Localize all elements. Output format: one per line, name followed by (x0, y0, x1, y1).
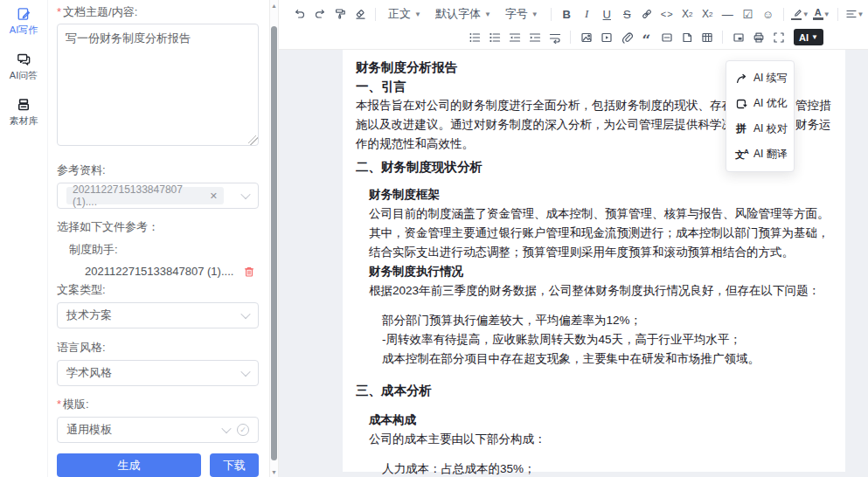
reference-label: 参考资料: (57, 163, 259, 176)
editor-area: 正文▼ 默认字体▼ 字号▼ B I U S <> X2 X2 — ☑ ☺ ▼ A… (279, 0, 868, 477)
chevron-down-icon (240, 367, 250, 377)
toolbar-divider (783, 8, 784, 21)
menu-item-ai-continue[interactable]: AI 续写 (726, 66, 794, 91)
sidebar-item-material-lib[interactable]: 素材库 (0, 98, 47, 128)
check-circle-icon: ✓ (237, 424, 249, 436)
document-line: -周转效率有待提高，应收账款周转天数为45天，高于行业平均水平； (356, 330, 832, 349)
generate-button[interactable]: 生成 (57, 453, 201, 477)
template-select[interactable]: 通用模板 ✓ (57, 417, 259, 443)
insert-video-button[interactable] (596, 28, 616, 47)
caret-down-icon: ▼ (484, 10, 491, 18)
fullscreen-button[interactable] (768, 28, 788, 47)
caret-down-icon: ▼ (858, 10, 865, 18)
underline-button[interactable]: U (597, 4, 617, 24)
code-button[interactable]: <> (657, 4, 677, 24)
italic-button[interactable]: I (577, 4, 597, 24)
insert-table-button[interactable] (697, 28, 717, 47)
sidebar-item-label: AI写作 (10, 24, 38, 37)
emoji-button[interactable]: ☺ (758, 4, 778, 24)
strikethrough-button[interactable]: S (617, 4, 637, 24)
caret-down-icon: ▼ (802, 10, 809, 18)
doc-type-label: 文案类型: (57, 283, 259, 296)
attachment-button[interactable] (616, 28, 636, 47)
download-button[interactable]: 下载 (210, 453, 259, 477)
scroll-down-arrow-icon[interactable]: ▼ (270, 469, 278, 475)
toolbar-divider (551, 8, 552, 21)
highlight-color-bar (791, 18, 802, 21)
toolbar-divider (570, 31, 571, 44)
required-asterisk: * (57, 398, 61, 411)
highlight-color-button[interactable]: ▼ (789, 4, 811, 24)
caret-down-icon: ▼ (811, 33, 818, 41)
ai-continue-icon (735, 73, 747, 85)
redo-button[interactable] (309, 4, 330, 24)
editor-canvas: 财务制度分析报告一、引言本报告旨在对公司的财务制度进行全面分析，包括财务制度的现… (279, 50, 868, 477)
align-button[interactable]: ▼ (844, 4, 866, 24)
page-break-button[interactable] (677, 28, 697, 47)
menu-item-ai-optimize[interactable]: AI 优化 (726, 91, 794, 116)
font-color-button[interactable]: A▼ (811, 4, 832, 24)
chevron-down-icon (221, 424, 231, 433)
subscript-button[interactable]: X2 (677, 4, 698, 24)
font-size-select[interactable]: 字号▼ (498, 4, 545, 24)
blockquote-button[interactable]: “ (636, 28, 656, 47)
file-name: 2021122715133847807 (1).... (85, 265, 233, 278)
ai-qa-icon (17, 52, 31, 66)
document-line: 根据2023年前三季度的财务数据，公司整体财务制度执行情况良好，但存在以下问题： (356, 281, 832, 301)
menu-item-ai-proofread[interactable]: 拼 AI 校对 (726, 116, 794, 142)
topic-input[interactable]: 写一份财务制度分析报告 (57, 24, 259, 146)
reference-select[interactable]: 2021122715133847807 (1).... ✕ (57, 183, 259, 209)
document-line: 三、成本分析 (356, 381, 832, 400)
topic-label: *文档主题/内容: (57, 5, 259, 18)
toolbar-divider (837, 8, 838, 21)
superscript-button[interactable]: X2 (698, 4, 718, 24)
doc-type-select[interactable]: 技术方案 (57, 302, 259, 328)
caret-down-icon: ▼ (414, 10, 421, 18)
toolbar-divider (375, 8, 376, 21)
preview-button[interactable] (728, 28, 748, 47)
sidebar-item-label: 素材库 (10, 114, 38, 128)
material-lib-icon (17, 98, 31, 112)
ai-optimize-icon (735, 98, 747, 110)
caret-down-icon: ▼ (823, 10, 830, 18)
scrollbar-thumb[interactable] (271, 26, 277, 460)
insert-image-button[interactable] (576, 28, 596, 47)
language-style-select[interactable]: 学术风格 (57, 360, 259, 386)
ordered-list-button[interactable] (484, 28, 504, 47)
document-line: 财务制度执行情况 (356, 262, 832, 281)
editor-toolbar: 正文▼ 默认字体▼ 字号▼ B I U S <> X2 X2 — ☑ ☺ ▼ A… (279, 0, 868, 50)
required-asterisk: * (57, 5, 61, 18)
tag-remove-icon[interactable]: ✕ (210, 190, 218, 202)
ai-menu-button[interactable]: AI▼ (794, 29, 823, 45)
paragraph-style-select[interactable]: 正文▼ (381, 4, 428, 24)
panel-scrollbar[interactable]: ▲ ▼ (269, 0, 279, 477)
chevron-down-icon (240, 190, 250, 199)
print-button[interactable] (748, 28, 768, 47)
indent-button[interactable] (524, 28, 545, 47)
scroll-up-arrow-icon[interactable]: ▲ (270, 3, 278, 9)
writing-form-panel: *文档主题/内容: 写一份财务制度分析报告 参考资料: 202112271513… (48, 0, 269, 477)
font-family-select[interactable]: 默认字体▼ (428, 4, 498, 24)
divider-block-button[interactable] (656, 28, 677, 47)
sidebar-item-ai-write[interactable]: AI写作 (0, 7, 47, 37)
toolbar-divider (722, 31, 723, 44)
menu-item-ai-translate[interactable]: 文A AI 翻译 (726, 142, 794, 167)
document-line: 结合实际支出进行动态调整；预算管理则采用年度预算和滚动预算相结合的方式。 (356, 243, 832, 262)
ai-write-icon (17, 7, 31, 21)
sidebar-item-ai-qa[interactable]: AI问答 (0, 52, 47, 82)
bullet-list-button[interactable] (464, 28, 484, 47)
undo-button[interactable] (289, 4, 309, 24)
text-wrap-button[interactable] (545, 28, 565, 47)
outdent-button[interactable] (504, 28, 524, 47)
bold-button[interactable]: B (557, 4, 577, 24)
ai-proofread-icon: 拼 (735, 121, 747, 136)
horizontal-rule-button[interactable]: — (718, 4, 738, 24)
task-list-button[interactable]: ☑ (738, 4, 758, 24)
format-painter-button[interactable] (330, 4, 350, 24)
eraser-button[interactable] (350, 4, 370, 24)
link-button[interactable] (637, 4, 657, 24)
document-line: 其中，资金管理主要通过银行账户管理和现金流预测进行；成本控制以部门预算为基础， (356, 224, 832, 243)
sidebar-item-label: AI问答 (10, 69, 38, 82)
delete-file-icon[interactable] (243, 266, 255, 278)
document-line: 部分部门预算执行偏差较大，平均偏差率为12%； (356, 311, 832, 330)
